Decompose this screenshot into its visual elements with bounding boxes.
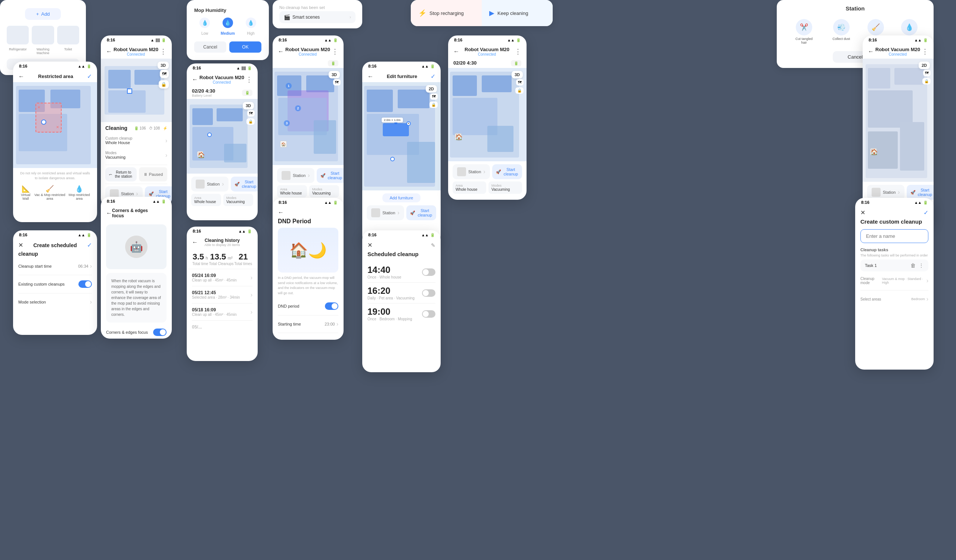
back-ra[interactable]: ← (18, 73, 24, 80)
hist-row-1[interactable]: 05/24 16:09 Clean up all · 45m² · 45min … (192, 269, 252, 286)
hist-row-2[interactable]: 05/21 12:45 Selected area · 28m² · 34min… (192, 286, 252, 304)
start-time-row[interactable]: Cleanup start time 06:34 › (18, 260, 92, 273)
view-3d-st[interactable]: 3D (512, 71, 523, 78)
start-cleanup-3d[interactable]: 🚀 Start cleanup (317, 168, 344, 183)
back-cf[interactable]: ← (106, 210, 112, 216)
back-r2d[interactable]: ← (868, 48, 874, 55)
corners-toggle[interactable] (153, 329, 167, 336)
area-section-2[interactable]: Area Whole house (191, 194, 221, 206)
time-item-2[interactable]: 16:20 Daily · Pet area · Vacuuming (368, 282, 436, 304)
keep-cleaning-button[interactable]: ▶ Keep cleaning (482, 0, 553, 26)
back-button-2[interactable]: ← (192, 76, 198, 83)
cut-tangled-hair-action[interactable]: ✂️ Cut tangled hair (793, 19, 815, 44)
toggle-2[interactable] (422, 289, 436, 297)
start-cleanup-button-2[interactable]: 🚀 Start cleanup (231, 177, 258, 191)
modes-section-2[interactable]: Modes Vacuuming (223, 194, 253, 206)
station-btn-st[interactable]: Station › (453, 164, 490, 179)
back-button-1[interactable]: ← (106, 48, 112, 55)
back-ch[interactable]: ← (192, 239, 198, 246)
more-3d[interactable]: ⋮ (332, 47, 338, 56)
start-btn-st[interactable]: 🚀 Start cleanup (492, 164, 522, 179)
ending-time-row[interactable]: Ending time 12:08 › (278, 335, 338, 340)
map-edit-btn[interactable]: 🗺 (160, 70, 169, 78)
name-input[interactable] (860, 229, 928, 243)
vac-mop-action[interactable]: 🧹 Vac & Mop restricted area (33, 185, 66, 201)
station-button-2[interactable]: Station › (191, 177, 228, 191)
station-button-ef[interactable]: Station › (367, 205, 404, 220)
check-cs[interactable]: ✓ (87, 242, 92, 249)
view-3d-btn-1[interactable]: 3D (157, 61, 169, 69)
station-btn-r2d[interactable]: Station › (867, 185, 904, 200)
map-r2d-a[interactable]: 🗺 (923, 70, 931, 76)
hist-row-3[interactable]: 05/18 16:09 Clean up all · 45m² · 45min … (192, 304, 252, 321)
dnd-toggle[interactable] (325, 303, 338, 310)
start-btn-r2d[interactable]: 🚀 Start cleanup (907, 185, 934, 200)
furniture-close[interactable]: ✕ (406, 121, 411, 126)
mode-selection-row[interactable]: Mode selection › (18, 296, 92, 308)
edit-sm[interactable]: ✎ (431, 242, 436, 248)
map-btn-stb[interactable]: 🔒 (515, 87, 524, 94)
select-areas-row[interactable]: Select areas Bedroom › (860, 293, 928, 305)
time-item-1[interactable]: 14:40 Once · Whole house (368, 262, 436, 282)
station-button-3d[interactable]: Station › (277, 168, 314, 183)
view-3d-btn-2[interactable]: 3D (243, 102, 254, 110)
more-st[interactable]: ⋮ (514, 47, 521, 56)
return-station-button[interactable]: ⤺ Return to the station (105, 167, 137, 182)
back-dnd[interactable]: ← (278, 209, 284, 216)
humidity-low[interactable]: 💧 Low (200, 17, 210, 36)
stop-recharging-button[interactable]: ⚡ Stop recharging (411, 0, 482, 26)
add-furniture-button[interactable]: Add furniture (382, 193, 421, 202)
map-btn-sta[interactable]: 🗺 (516, 79, 524, 85)
view-2d-ef[interactable]: 2D (426, 85, 437, 93)
cleanup-mode-row[interactable]: Cleanup mode Vacuum & mop · Standard · H… (860, 274, 928, 288)
map-btn-2b[interactable]: 🔒 (247, 118, 255, 125)
close-sm[interactable]: ✕ (368, 242, 372, 249)
map-btn-3da[interactable]: 🗺 (333, 79, 341, 85)
close-cs[interactable]: ✕ (18, 242, 23, 249)
humidity-cancel-button[interactable]: Cancel (194, 41, 226, 53)
modes-st[interactable]: Modes Vacuuming (489, 182, 522, 194)
smart-scenes-row[interactable]: 🎬 Smart scenes › (279, 11, 355, 23)
map-r2d-b[interactable]: 🔒 (922, 78, 931, 85)
add-button[interactable]: + Add (25, 8, 61, 20)
humidity-medium[interactable]: 💧 Medium (221, 17, 235, 36)
virtual-wall-action[interactable]: 📐 Virtual Wall (18, 185, 33, 201)
phone-create-scheduled: 8:16 ▲▲ 🔋 ✕ Create scheduled ✓ cleanup C… (13, 231, 97, 335)
back-ef[interactable]: ← (368, 73, 373, 80)
custom-cleanup-row[interactable]: Custom cleanup Whole House › (105, 133, 167, 148)
mop-restricted-action[interactable]: 💧 Mop restricted area (66, 185, 92, 201)
area-st[interactable]: Area Whole house (453, 182, 486, 194)
humidity-high[interactable]: 💧 High (246, 17, 256, 36)
toggle-1[interactable] (422, 268, 436, 276)
existing-cleanups-row[interactable]: Existing custom cleanups (18, 278, 92, 291)
back-st[interactable]: ← (453, 48, 459, 55)
toggle-3[interactable] (422, 310, 436, 318)
check-ef[interactable]: ✓ (431, 73, 436, 80)
modes-3d[interactable]: Modes Vacuuming (309, 185, 339, 198)
starting-time-row[interactable]: Starting time 23:00 › (278, 318, 338, 330)
map-btn-2a[interactable]: 🗺 (247, 110, 255, 116)
modes-row[interactable]: Modes Vacuuming › (105, 148, 167, 162)
more-r2d[interactable]: ⋮ (921, 47, 928, 56)
area-3d[interactable]: Area Whole house (277, 185, 307, 198)
more-button-2[interactable]: ⋮ (246, 75, 252, 84)
station-label-r2d: Station (883, 190, 896, 195)
check-cc[interactable]: ✓ (923, 209, 928, 216)
map-lock-btn[interactable]: 🔒 (159, 80, 169, 88)
close-cc[interactable]: ✕ (860, 209, 865, 216)
back-3d[interactable]: ← (278, 48, 284, 55)
existing-toggle[interactable] (79, 280, 92, 288)
task-more-icon[interactable]: ⋮ (919, 262, 924, 268)
task-delete-icon[interactable]: 🗑 (910, 262, 916, 268)
view-3d-label[interactable]: 3D (329, 71, 340, 78)
check-ra[interactable]: ✓ (87, 73, 92, 80)
more-button-1[interactable]: ⋮ (160, 47, 167, 56)
map-btn-efa[interactable]: 🗺 (430, 93, 438, 100)
collect-dust-action[interactable]: 💨 Collect dust (832, 19, 850, 44)
map-btn-efb[interactable]: 🔒 (429, 102, 438, 108)
furniture-item[interactable]: ✕ (383, 123, 409, 136)
time-item-3[interactable]: 19:00 Once · Bedroom · Mopping (368, 304, 436, 324)
humidity-ok-button[interactable]: OK (229, 41, 261, 53)
start-cleanup-ef[interactable]: 🚀 Start cleanup (406, 205, 436, 220)
view-2d-r2d[interactable]: 2D (919, 61, 930, 69)
